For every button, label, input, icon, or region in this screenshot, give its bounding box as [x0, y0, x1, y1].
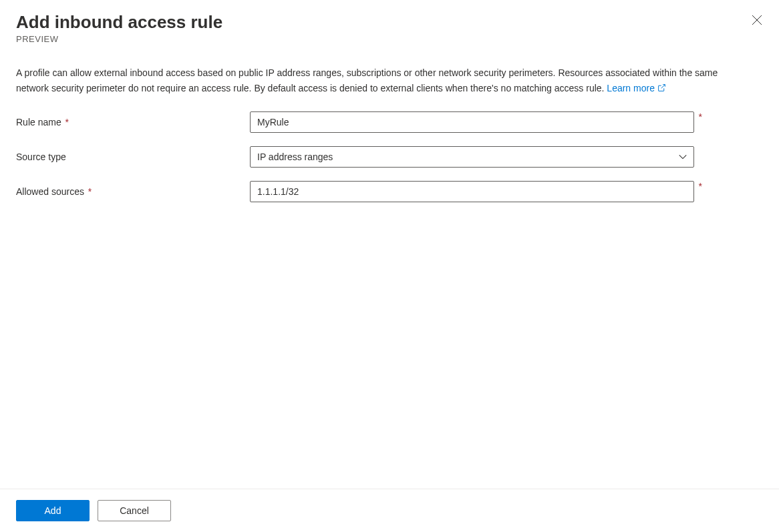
panel-description: A profile can allow external inbound acc…	[0, 44, 735, 95]
source-type-value: IP address ranges	[257, 152, 333, 162]
rule-name-label: Rule name *	[16, 117, 250, 127]
required-asterisk-outside: *	[699, 181, 702, 192]
source-type-row: Source type IP address ranges	[16, 146, 763, 168]
rule-name-input[interactable]	[250, 111, 694, 133]
source-type-select-wrapper: IP address ranges	[250, 146, 694, 168]
rule-name-row: Rule name * *	[16, 111, 763, 133]
learn-more-text: Learn more	[607, 81, 655, 95]
panel-title: Add inbound access rule	[16, 12, 763, 33]
allowed-sources-row: Allowed sources * *	[16, 181, 763, 202]
allowed-sources-input[interactable]	[250, 181, 694, 202]
add-button[interactable]: Add	[16, 500, 90, 521]
source-type-label-text: Source type	[16, 152, 66, 162]
required-asterisk-outside: *	[699, 111, 702, 122]
required-asterisk: *	[65, 117, 69, 127]
rule-name-label-text: Rule name	[16, 117, 61, 127]
learn-more-link[interactable]: Learn more	[607, 81, 666, 95]
external-link-icon	[657, 83, 666, 92]
close-icon	[752, 15, 762, 27]
source-type-select[interactable]: IP address ranges	[250, 146, 694, 168]
panel-subtitle: PREVIEW	[16, 34, 763, 44]
required-asterisk: *	[88, 186, 92, 197]
panel-header: Add inbound access rule PREVIEW	[0, 0, 779, 44]
close-button[interactable]	[751, 15, 763, 27]
rule-name-control: *	[250, 111, 694, 133]
form: Rule name * * Source type IP address ran…	[0, 95, 779, 489]
cancel-button[interactable]: Cancel	[98, 500, 171, 521]
panel-footer: Add Cancel	[0, 489, 779, 532]
allowed-sources-label: Allowed sources *	[16, 186, 250, 197]
allowed-sources-label-text: Allowed sources	[16, 186, 84, 197]
source-type-control: IP address ranges	[250, 146, 694, 168]
allowed-sources-control: *	[250, 181, 694, 202]
source-type-label: Source type	[16, 152, 250, 162]
